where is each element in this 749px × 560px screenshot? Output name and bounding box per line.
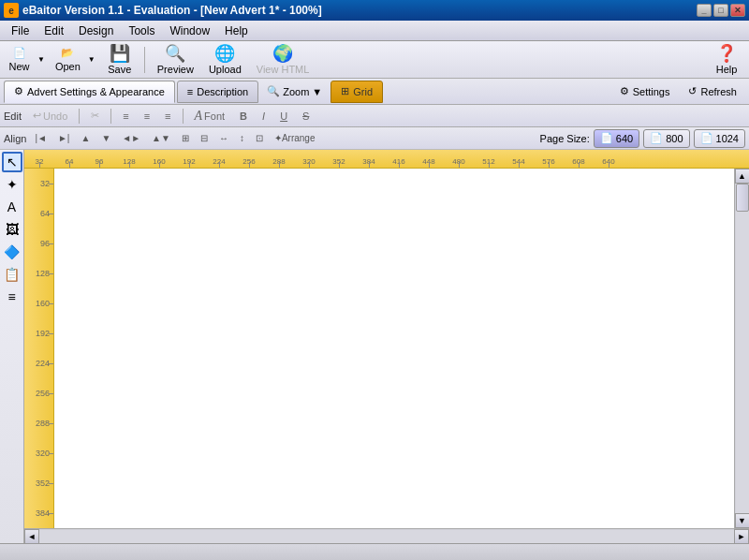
image-tool[interactable]: 🖼 [2, 219, 22, 240]
refresh-icon: ↺ [688, 85, 697, 97]
menu-file[interactable]: File [4, 22, 37, 39]
new-dropdown-arrow[interactable]: ▼ [34, 44, 49, 76]
vertical-scrollbar[interactable]: ▲ ▼ [734, 169, 749, 528]
strikethrough-button[interactable]: S [297, 107, 315, 125]
new-button[interactable]: 📄 New [4, 44, 34, 76]
align-v-center[interactable]: ▲▼ [147, 129, 175, 148]
ruler-left-32: 32 [24, 169, 53, 199]
undo-button[interactable]: ↩ Undo [27, 107, 73, 125]
page-icon-640: 📄 [600, 132, 613, 144]
draw-tool[interactable]: 🔷 [2, 242, 22, 262]
new-split-button[interactable]: 📄 New ▼ [4, 44, 49, 76]
new-icon: 📄 [13, 47, 26, 59]
settings-button[interactable]: ⚙ Settings [611, 81, 679, 102]
h-scroll-track[interactable] [39, 530, 734, 543]
ruler-left-128: 128 [24, 258, 53, 288]
zoom-icon: 🔍 [267, 85, 280, 97]
align-right-edge[interactable]: ►| [53, 129, 75, 148]
ruler-mark: 32 [24, 157, 54, 168]
same-width[interactable]: ↔ [214, 129, 233, 148]
canvas-content [54, 169, 682, 528]
status-bar [0, 543, 749, 560]
select-tool[interactable]: ↖ [2, 152, 22, 172]
preview-button[interactable]: 🔍 Preview [151, 44, 200, 76]
ruler-mark: 320 [294, 157, 324, 168]
same-height[interactable]: ↕ [235, 129, 249, 148]
menu-bar: File Edit Design Tools Window Help [0, 21, 749, 41]
align-center-button[interactable]: ≡ [139, 107, 155, 125]
scroll-right-button[interactable]: ► [734, 529, 749, 544]
page-size-800[interactable]: 📄 800 [643, 129, 689, 148]
close-button[interactable]: ✕ [730, 4, 745, 17]
ruler-mark: 512 [474, 157, 504, 168]
arrange-button[interactable]: ✦ Arrange [270, 129, 320, 148]
ruler-mark: 640 [594, 157, 624, 168]
ruler-left-288: 288 [24, 408, 53, 438]
align-bottom-edge[interactable]: ▼ [96, 129, 115, 148]
distribute-h[interactable]: ⊞ [177, 129, 194, 148]
menu-design[interactable]: Design [71, 22, 121, 39]
scroll-track[interactable] [736, 184, 749, 513]
menu-window[interactable]: Window [162, 22, 217, 39]
open-dropdown-arrow[interactable]: ▼ [84, 44, 99, 76]
list-tool[interactable]: 📋 [2, 264, 22, 285]
italic-button[interactable]: I [257, 107, 271, 125]
view-html-button[interactable]: 🌍 View HTML [250, 44, 316, 76]
bold-button[interactable]: B [234, 107, 253, 125]
align-center-icon: ≡ [144, 111, 150, 122]
ruler-mark: 576 [534, 157, 564, 168]
maximize-button[interactable]: □ [713, 4, 728, 17]
align-right-icon: ≡ [165, 111, 170, 122]
cut-button[interactable]: ✂ [85, 107, 105, 125]
menu-edit[interactable]: Edit [37, 22, 71, 39]
scroll-thumb[interactable] [736, 184, 749, 212]
app-icon: e [4, 3, 19, 18]
minimize-button[interactable]: _ [697, 4, 712, 17]
open-split-button[interactable]: 📂 Open ▼ [51, 44, 99, 76]
page-size-640[interactable]: 📄 640 [594, 129, 639, 148]
font-button[interactable]: A Font [189, 107, 231, 125]
edit-label: Edit [4, 111, 22, 122]
open-button[interactable]: 📂 Open [51, 44, 84, 76]
scroll-up-button[interactable]: ▲ [735, 169, 750, 184]
ruler-mark: 96 [84, 157, 114, 168]
align-top-edge[interactable]: ▲ [76, 129, 95, 148]
refresh-button[interactable]: ↺ Refresh [680, 81, 745, 102]
distribute-v[interactable]: ⊟ [196, 129, 213, 148]
underline-button[interactable]: U [274, 107, 293, 125]
ruler-mark: 544 [504, 157, 534, 168]
tab-description[interactable]: ≡ Description [177, 81, 258, 103]
edit-toolbar: Edit ↩ Undo ✂ ≡ ≡ ≡ A Font B I U S [0, 105, 749, 127]
ruler-left-96: 96 [24, 228, 53, 258]
table-tool[interactable]: ≡ [2, 287, 22, 307]
font-icon: A [195, 109, 203, 124]
ruler-left-224: 224 [24, 348, 53, 378]
canvas[interactable] [54, 169, 734, 528]
cut-icon: ✂ [91, 110, 99, 122]
upload-button[interactable]: 🌐 Upload [202, 44, 248, 76]
align-left-button[interactable]: ≡ [117, 107, 134, 125]
scroll-left-button[interactable]: ◄ [24, 529, 39, 544]
menu-tools[interactable]: Tools [121, 22, 162, 39]
ruler-left: 32 64 96 128 160 192 224 256 288 320 352… [24, 169, 54, 528]
menu-help[interactable]: Help [217, 22, 256, 39]
zoom-button[interactable]: 🔍 Zoom ▼ [260, 81, 329, 102]
shape-tool[interactable]: ✦ [2, 174, 22, 195]
ruler-mark: 288 [264, 157, 294, 168]
help-button[interactable]: ❓ Help [708, 44, 745, 76]
scroll-down-button[interactable]: ▼ [735, 513, 750, 528]
align-h-center[interactable]: ◄► [117, 129, 145, 148]
align-label: Align [4, 133, 26, 144]
grid-button[interactable]: ⊞ Grid [330, 81, 383, 103]
ruler-mark: 352 [324, 157, 354, 168]
save-button[interactable]: 💾 Save [101, 44, 139, 76]
same-size[interactable]: ⊡ [251, 129, 268, 148]
left-toolbar: ↖ ✦ A 🖼 🔷 📋 ≡ [0, 150, 24, 543]
align-left-edge[interactable]: |◄ [30, 129, 51, 148]
ruler-left-320: 320 [24, 438, 53, 468]
tab-advert-settings[interactable]: ⚙ Advert Settings & Appearance [4, 81, 175, 103]
page-size-1024[interactable]: 📄 1024 [694, 129, 745, 148]
text-tool[interactable]: A [2, 197, 22, 217]
horizontal-scrollbar[interactable]: ◄ ► [24, 528, 749, 543]
align-right-button[interactable]: ≡ [159, 107, 176, 125]
